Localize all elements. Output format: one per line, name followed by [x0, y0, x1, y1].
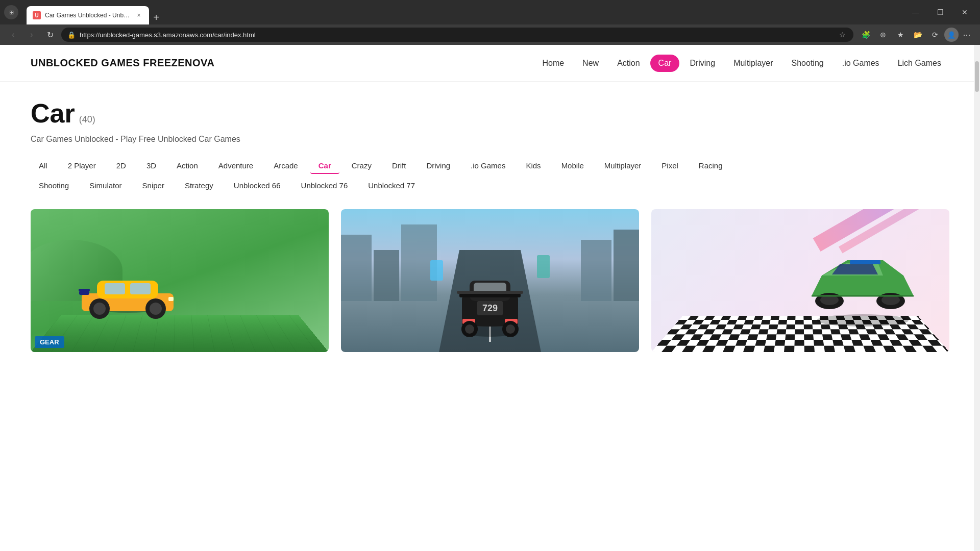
browser-chrome: ⊞ U Car Games Unblocked - Unbloc... × + … — [0, 0, 980, 24]
game-card-2[interactable]: 729 — [341, 209, 639, 352]
page-content: UNBLOCKED GAMES FREEZENOVA Home New Acti… — [0, 45, 980, 551]
filter-pixel[interactable]: Pixel — [653, 158, 687, 174]
more-menu-button[interactable]: ··· — [960, 28, 974, 42]
toolbar-icons: 🧩 ⊕ ★ 📂 ⟳ 👤 ··· — [857, 28, 974, 42]
tab-bar: U Car Games Unblocked - Unbloc... × + — [27, 0, 900, 24]
scrollbar-thumb[interactable] — [975, 61, 979, 92]
favorites-button[interactable]: ★ — [892, 28, 909, 42]
minimize-button[interactable]: — — [904, 5, 927, 19]
site-nav: Home New Action Car Driving Multiplayer … — [534, 55, 949, 72]
close-button[interactable]: ✕ — [953, 5, 976, 19]
filter-all[interactable]: All — [31, 158, 56, 174]
filter-mobile[interactable]: Mobile — [553, 158, 592, 174]
page-description: Car Games Unblocked - Play Free Unblocke… — [31, 135, 949, 144]
history-button[interactable]: ⟳ — [927, 28, 943, 42]
svg-rect-12 — [79, 289, 90, 291]
filter-car[interactable]: Car — [310, 158, 339, 174]
filter-3d[interactable]: 3D — [138, 158, 164, 174]
svg-rect-5 — [130, 283, 151, 294]
filter-section: All 2 Player 2D 3D Action Adventure Arca… — [31, 158, 949, 193]
svg-point-26 — [506, 324, 515, 334]
nav-action[interactable]: Action — [609, 55, 648, 72]
browser-controls-left: ⊞ — [4, 5, 18, 19]
nav-car[interactable]: Car — [650, 55, 680, 72]
restore-button[interactable]: ❐ — [929, 5, 951, 19]
filter-strategy[interactable]: Strategy — [177, 178, 222, 193]
active-tab[interactable]: U Car Games Unblocked - Unbloc... × — [27, 6, 149, 24]
nav-home[interactable]: Home — [534, 55, 572, 72]
svg-rect-11 — [79, 291, 89, 295]
back-button[interactable]: ‹ — [6, 28, 20, 42]
filter-io-games[interactable]: .io Games — [462, 158, 513, 174]
svg-rect-18 — [457, 291, 523, 294]
address-bar: ‹ › ↻ 🔒 https://unblocked-games.s3.amazo… — [0, 24, 980, 45]
svg-point-32 — [817, 314, 909, 327]
svg-text:729: 729 — [482, 303, 498, 313]
page-title-area: Car (40) — [31, 98, 949, 129]
edge-button[interactable]: ⊕ — [875, 28, 891, 42]
filter-arcade[interactable]: Arcade — [265, 158, 306, 174]
page-title: Car — [31, 98, 75, 129]
grid-view-button[interactable]: ⊞ — [4, 5, 18, 19]
filter-unblocked77[interactable]: Unblocked 77 — [360, 178, 423, 193]
svg-marker-35 — [832, 264, 878, 274]
new-tab-button[interactable]: + — [149, 10, 163, 24]
filter-sniper[interactable]: Sniper — [134, 178, 173, 193]
svg-rect-36 — [850, 260, 880, 264]
tab-favicon: U — [33, 11, 41, 19]
tab-close-button[interactable]: × — [135, 11, 143, 19]
page-body: Car (40) Car Games Unblocked - Play Free… — [0, 82, 980, 368]
collections-button[interactable]: 📂 — [910, 28, 926, 42]
filter-2d[interactable]: 2D — [108, 158, 134, 174]
filter-simulator[interactable]: Simulator — [81, 178, 130, 193]
tab-title: Car Games Unblocked - Unbloc... — [45, 12, 131, 19]
nav-new[interactable]: New — [574, 55, 607, 72]
svg-rect-4 — [105, 283, 125, 294]
refresh-button[interactable]: ↻ — [43, 28, 57, 42]
svg-rect-17 — [459, 293, 521, 297]
nav-io-games[interactable]: .io Games — [834, 55, 888, 72]
extensions-button[interactable]: 🧩 — [857, 28, 874, 42]
filter-row-1: All 2 Player 2D 3D Action Adventure Arca… — [31, 158, 949, 174]
filter-crazy[interactable]: Crazy — [344, 158, 380, 174]
filter-adventure[interactable]: Adventure — [210, 158, 261, 174]
url-icons: ☆ — [837, 30, 847, 40]
site-logo[interactable]: UNBLOCKED GAMES FREEZENOVA — [31, 57, 214, 69]
filter-driving[interactable]: Driving — [418, 158, 458, 174]
filter-drift[interactable]: Drift — [384, 158, 414, 174]
forward-button[interactable]: › — [24, 28, 39, 42]
profile-button[interactable]: 👤 — [944, 28, 959, 42]
filter-racing[interactable]: Racing — [691, 158, 731, 174]
page-count: (40) — [79, 114, 95, 125]
nav-lich-games[interactable]: Lich Games — [890, 55, 949, 72]
nav-shooting[interactable]: Shooting — [783, 55, 832, 72]
filter-action[interactable]: Action — [168, 158, 206, 174]
url-text: https://unblocked-games.s3.amazonaws.com… — [80, 31, 833, 39]
filter-row-2: Shooting Simulator Sniper Strategy Unblo… — [31, 178, 949, 193]
svg-point-9 — [150, 303, 162, 315]
url-bar[interactable]: 🔒 https://unblocked-games.s3.amazonaws.c… — [61, 28, 853, 42]
filter-shooting[interactable]: Shooting — [31, 178, 77, 193]
svg-point-24 — [465, 324, 474, 334]
filter-kids[interactable]: Kids — [518, 158, 549, 174]
site-header: UNBLOCKED GAMES FREEZENOVA Home New Acti… — [0, 45, 980, 82]
game-grid: GEAR — [31, 209, 949, 352]
game-card-3[interactable] — [651, 209, 949, 352]
filter-unblocked76[interactable]: Unblocked 76 — [293, 178, 356, 193]
filter-unblocked66[interactable]: Unblocked 66 — [226, 178, 289, 193]
nav-driving[interactable]: Driving — [681, 55, 723, 72]
window-controls: — ❐ ✕ — [904, 5, 976, 19]
svg-rect-10 — [168, 297, 174, 301]
star-icon[interactable]: ☆ — [837, 30, 847, 40]
page-scrollbar[interactable] — [974, 45, 980, 551]
nav-multiplayer[interactable]: Multiplayer — [725, 55, 781, 72]
svg-point-7 — [93, 303, 106, 315]
filter-multiplayer[interactable]: Multiplayer — [596, 158, 650, 174]
game-card-1[interactable]: GEAR — [31, 209, 329, 352]
filter-2player[interactable]: 2 Player — [60, 158, 104, 174]
